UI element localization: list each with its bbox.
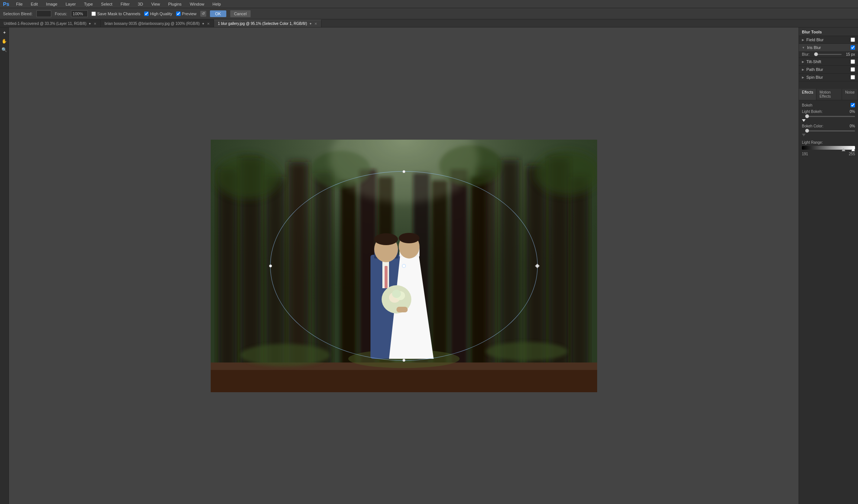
tool-move[interactable]: ✦ [1,29,8,36]
preview-wrap: Preview [176,12,197,16]
blur-slider-thumb[interactable] [814,52,818,56]
light-range-handle-left[interactable] [842,148,845,151]
tab-brian-modified: ✦ [202,22,205,26]
svg-rect-32 [385,266,388,288]
light-range-handle-right[interactable] [851,148,855,151]
path-blur-section: ▶ Path Blur [799,66,858,74]
tab-untitled[interactable]: Untitled-1-Recovered @ 33.3% (Layer 11, … [0,20,101,27]
options-bar: Selection Bleed: Focus: Save Mask to Cha… [0,8,858,19]
menu-plugins[interactable]: Plugins [167,1,183,7]
spin-blur-expand[interactable]: ▶ [802,76,804,79]
light-range-section: Light Range: 191 255 [799,139,858,158]
blur-control-row: Blur: 15 px [799,51,858,58]
iris-center-pin[interactable] [402,264,406,268]
tab-blur-gallery[interactable]: 1 blur gallery.jpg @ 95.1% (Selective Co… [214,20,321,27]
menu-3d[interactable]: 3D [136,1,145,7]
spin-blur-label: Spin Blur [806,75,848,79]
menu-edit[interactable]: Edit [29,1,39,7]
field-blur-expand[interactable]: ▶ [802,38,804,42]
bokeh-section: Bokeh Light Bokeh: 0% Bokeh C [799,100,858,139]
blur-slider-track[interactable] [815,54,842,55]
path-blur-label: Path Blur [806,67,848,72]
bokeh-color-thumb[interactable] [805,129,809,133]
menu-file[interactable]: File [14,1,24,7]
light-bokeh-triangle [802,119,806,122]
tab-noise[interactable]: Noise [842,89,858,100]
tilt-shift-expand[interactable]: ▶ [802,60,804,64]
tab-blur-gallery-close[interactable]: ✕ [314,22,317,26]
field-blur-label: Field Blur [806,38,848,42]
iris-blur-checkbox[interactable] [851,45,855,50]
ok-button[interactable]: OK [210,10,226,17]
menu-select[interactable]: Select [100,1,114,7]
cancel-button[interactable]: Cancel [230,10,251,17]
tab-brian-label: brian bossany 0035 @brianbossany.jpg @ 1… [104,22,200,26]
panel-spacer [799,81,858,89]
tilt-shift-item[interactable]: ▶ Tilt-Shift [799,58,858,65]
bokeh-color-slider-row [799,129,858,133]
tab-brian[interactable]: brian bossany 0035 @brianbossany.jpg @ 1… [101,20,214,27]
svg-rect-2 [218,169,237,392]
bokeh-color-slider[interactable] [807,130,855,131]
save-mask-label: Save Mask to Channels [97,12,140,16]
menu-window[interactable]: Window [188,1,206,7]
tab-untitled-modified: ✦ [88,22,91,26]
field-blur-checkbox[interactable] [851,38,855,42]
menu-image[interactable]: Image [45,1,59,7]
save-mask-checkbox[interactable] [91,12,96,16]
tab-untitled-label: Untitled-1-Recovered @ 33.3% (Layer 11, … [4,22,86,26]
menu-layer[interactable]: Layer [64,1,77,7]
spin-blur-item[interactable]: ▶ Spin Blur [799,74,858,81]
tab-blur-gallery-modified: ✦ [309,22,312,26]
high-quality-wrap: High Quality [144,12,172,16]
tab-blur-gallery-label: 1 blur gallery.jpg @ 95.1% (Selective Co… [218,22,307,26]
right-panel: Blur Tools ▶ Field Blur ▼ Iris Blur Blur… [799,27,858,504]
menu-type[interactable]: Type [82,1,94,7]
light-bokeh-triangle-row [799,118,858,123]
light-bokeh-slider-row [799,115,858,118]
spin-blur-checkbox[interactable] [851,75,855,79]
tab-brian-close[interactable]: ✕ [207,22,210,26]
main-layout: ✦ ✋ 🔍 [0,27,858,504]
tilt-shift-section: ▶ Tilt-Shift [799,58,858,66]
light-bokeh-thumb[interactable] [805,114,809,118]
svg-rect-42 [396,307,408,312]
svg-point-24 [214,155,281,199]
effects-tabs: Effects Motion Effects Noise [799,89,858,100]
bokeh-checkbox[interactable] [851,103,855,107]
ps-icon: Ps [3,1,9,7]
menu-help[interactable]: Help [211,1,223,7]
iris-blur-item[interactable]: ▼ Iris Blur [799,44,858,51]
selection-bleed-input[interactable] [36,10,51,17]
focus-input[interactable] [71,10,88,17]
light-bokeh-row: Light Bokeh: 0% [799,108,858,115]
menu-bar: Ps File Edit Image Layer Type Select Fil… [0,0,858,8]
bokeh-color-row: Bokeh Color: 0% [799,123,858,129]
light-bokeh-slider[interactable] [807,116,855,117]
light-range-bar[interactable] [802,146,855,150]
focus-label: Focus: [55,12,67,16]
path-blur-checkbox[interactable] [851,67,855,72]
tilt-shift-checkbox[interactable] [851,59,855,64]
blur-value-display: 15 px [844,52,855,56]
tab-untitled-close[interactable]: ✕ [94,22,97,26]
bokeh-color-label: Bokeh Color: [802,124,842,128]
path-blur-expand[interactable]: ▶ [802,68,804,71]
svg-point-34 [374,233,398,245]
menu-filter[interactable]: Filter [119,1,131,7]
reset-icon[interactable]: ↺ [200,11,206,17]
field-blur-item[interactable]: ▶ Field Blur [799,36,858,43]
tool-hand[interactable]: ✋ [1,38,8,45]
tab-effects[interactable]: Effects [799,89,816,100]
path-blur-item[interactable]: ▶ Path Blur [799,66,858,73]
menu-view[interactable]: View [150,1,162,7]
tab-motion-effects[interactable]: Motion Effects [816,89,842,100]
iris-blur-label: Iris Blur [807,45,848,50]
iris-blur-expand[interactable]: ▼ [802,46,805,49]
photo-canvas[interactable] [211,140,597,392]
bokeh-row: Bokeh [799,102,858,108]
high-quality-checkbox[interactable] [144,12,149,16]
tool-zoom[interactable]: 🔍 [1,46,8,53]
preview-checkbox[interactable] [176,12,181,16]
spin-blur-section: ▶ Spin Blur [799,74,858,81]
